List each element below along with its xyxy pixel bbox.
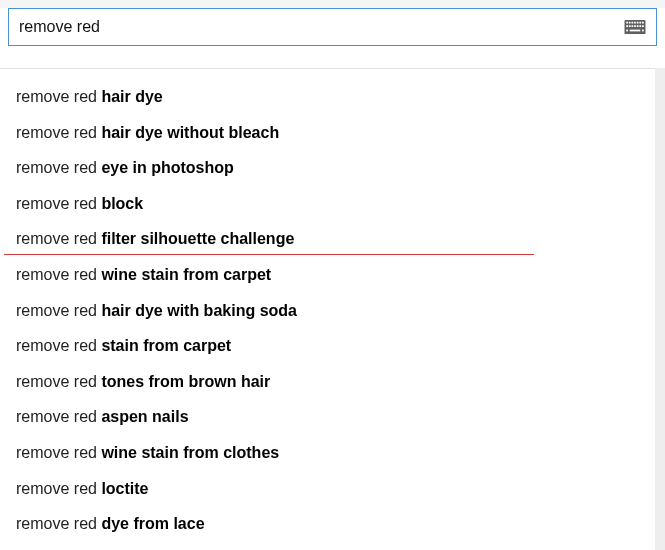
svg-rect-7	[642, 22, 644, 24]
suggestion-item[interactable]: remove red block	[0, 186, 665, 222]
suggestion-completion: hair dye	[101, 88, 162, 105]
suggestion-completion: eye in photoshop	[101, 159, 233, 176]
suggestion-completion: block	[101, 195, 143, 212]
suggestion-prefix: remove red	[16, 408, 101, 425]
suggestion-prefix: remove red	[16, 88, 101, 105]
suggestion-completion: loctite	[101, 480, 148, 497]
suggestion-completion: wine stain from clothes	[101, 444, 279, 461]
search-box[interactable]	[8, 8, 657, 46]
suggestion-item[interactable]: remove red hair dye without bleach	[0, 115, 665, 151]
suggestion-item[interactable]: remove red loctite without heat	[0, 542, 665, 550]
suggestion-prefix: remove red	[16, 124, 101, 141]
svg-rect-13	[639, 25, 641, 27]
suggestion-item[interactable]: remove red eye in photoshop	[0, 150, 665, 186]
suggestion-item[interactable]: remove red hair dye	[0, 79, 665, 115]
suggestion-item[interactable]: remove red loctite	[0, 471, 665, 507]
app-container: remove red hair dyeremove red hair dye w…	[0, 8, 665, 550]
suggestion-prefix: remove red	[16, 337, 101, 354]
suggestion-prefix: remove red	[16, 515, 101, 532]
keyboard-icon[interactable]	[624, 20, 646, 34]
suggestion-item[interactable]: remove red dye from lace	[0, 506, 665, 542]
suggestion-completion: tones from brown hair	[101, 373, 270, 390]
background-edge	[655, 68, 665, 550]
suggestion-item[interactable]: remove red hair dye with baking soda	[0, 293, 665, 329]
svg-rect-9	[629, 25, 631, 27]
suggestion-item[interactable]: remove red wine stain from clothes	[0, 435, 665, 471]
suggestion-prefix: remove red	[16, 230, 101, 247]
svg-rect-14	[642, 25, 644, 27]
suggestion-completion: dye from lace	[101, 515, 204, 532]
svg-rect-16	[626, 30, 628, 32]
svg-rect-10	[632, 25, 634, 27]
svg-rect-12	[637, 25, 639, 27]
svg-rect-5	[637, 22, 639, 24]
suggestion-prefix: remove red	[16, 373, 101, 390]
svg-rect-11	[634, 25, 636, 27]
svg-rect-1	[626, 22, 628, 24]
suggestion-completion: stain from carpet	[101, 337, 231, 354]
suggestion-prefix: remove red	[16, 480, 101, 497]
suggestion-prefix: remove red	[16, 266, 101, 283]
suggestion-item[interactable]: remove red filter silhouette challenge	[0, 221, 665, 257]
suggestion-prefix: remove red	[16, 195, 101, 212]
suggestions-dropdown: remove red hair dyeremove red hair dye w…	[0, 68, 665, 550]
suggestion-prefix: remove red	[16, 159, 101, 176]
svg-rect-17	[642, 30, 644, 32]
suggestion-prefix: remove red	[16, 302, 101, 319]
suggestion-item[interactable]: remove red tones from brown hair	[0, 364, 665, 400]
svg-rect-2	[629, 22, 631, 24]
svg-rect-3	[632, 22, 634, 24]
suggestion-completion: filter silhouette challenge	[101, 230, 294, 247]
svg-rect-6	[639, 22, 641, 24]
suggestion-item[interactable]: remove red wine stain from carpet	[0, 257, 665, 293]
svg-rect-8	[626, 25, 628, 27]
suggestion-completion: aspen nails	[101, 408, 188, 425]
svg-rect-4	[634, 22, 636, 24]
svg-rect-15	[630, 30, 641, 32]
suggestion-completion: wine stain from carpet	[101, 266, 271, 283]
suggestion-completion: hair dye with baking soda	[101, 302, 297, 319]
suggestion-item[interactable]: remove red stain from carpet	[0, 328, 665, 364]
suggestion-item[interactable]: remove red aspen nails	[0, 399, 665, 435]
search-input[interactable]	[19, 18, 624, 36]
suggestion-prefix: remove red	[16, 444, 101, 461]
suggestion-completion: hair dye without bleach	[101, 124, 279, 141]
